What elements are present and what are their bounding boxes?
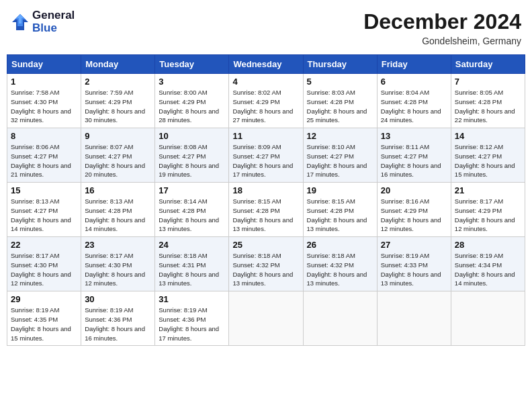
day-info: Sunrise: 8:12 AMSunset: 4:27 PMDaylight:… (455, 142, 521, 179)
calendar-cell: 18Sunrise: 8:15 AMSunset: 4:28 PMDayligh… (229, 183, 303, 237)
day-number: 13 (381, 131, 447, 141)
day-number: 15 (11, 185, 77, 195)
day-info: Sunrise: 8:09 AMSunset: 4:27 PMDaylight:… (232, 142, 299, 179)
week-row-1: 1Sunrise: 7:58 AMSunset: 4:30 PMDaylight… (7, 74, 525, 128)
calendar-cell: 3Sunrise: 8:00 AMSunset: 4:29 PMDaylight… (155, 74, 229, 128)
day-info: Sunrise: 8:13 AMSunset: 4:27 PMDaylight:… (11, 197, 77, 234)
day-number: 4 (232, 77, 299, 87)
calendar-cell: 2Sunrise: 7:59 AMSunset: 4:29 PMDaylight… (81, 74, 155, 128)
week-row-5: 29Sunrise: 8:19 AMSunset: 4:35 PMDayligh… (7, 291, 525, 346)
calendar-cell: 9Sunrise: 8:07 AMSunset: 4:27 PMDaylight… (81, 128, 155, 183)
day-info: Sunrise: 8:17 AMSunset: 4:29 PMDaylight:… (455, 197, 521, 234)
day-info: Sunrise: 8:18 AMSunset: 4:32 PMDaylight:… (232, 251, 299, 288)
day-info: Sunrise: 8:02 AMSunset: 4:29 PMDaylight:… (232, 88, 299, 125)
logo-icon (11, 13, 30, 32)
day-number: 19 (307, 185, 373, 195)
calendar-cell: 31Sunrise: 8:19 AMSunset: 4:36 PMDayligh… (155, 291, 229, 346)
calendar-body: 1Sunrise: 7:58 AMSunset: 4:30 PMDaylight… (7, 74, 525, 346)
location-subtitle: Gondelsheim, Germany (363, 36, 521, 46)
calendar-cell: 27Sunrise: 8:19 AMSunset: 4:33 PMDayligh… (377, 237, 451, 291)
day-info: Sunrise: 8:03 AMSunset: 4:28 PMDaylight:… (307, 88, 373, 125)
day-info: Sunrise: 8:17 AMSunset: 4:30 PMDaylight:… (11, 251, 77, 288)
calendar-cell: 12Sunrise: 8:10 AMSunset: 4:27 PMDayligh… (303, 128, 377, 183)
weekday-header-saturday: Saturday (451, 55, 525, 74)
day-info: Sunrise: 8:18 AMSunset: 4:31 PMDaylight:… (159, 251, 225, 288)
day-number: 31 (159, 294, 225, 304)
day-info: Sunrise: 7:58 AMSunset: 4:30 PMDaylight:… (11, 88, 77, 125)
day-number: 18 (232, 185, 299, 195)
calendar-cell: 19Sunrise: 8:15 AMSunset: 4:28 PMDayligh… (303, 183, 377, 237)
calendar-cell (303, 291, 377, 346)
day-info: Sunrise: 8:15 AMSunset: 4:28 PMDaylight:… (307, 197, 373, 234)
day-number: 5 (307, 77, 373, 87)
day-info: Sunrise: 8:04 AMSunset: 4:28 PMDaylight:… (381, 88, 447, 125)
weekday-header-row: SundayMondayTuesdayWednesdayThursdayFrid… (7, 55, 525, 74)
header: General Blue December 2024 Gondelsheim, … (7, 7, 525, 49)
calendar-cell: 17Sunrise: 8:14 AMSunset: 4:28 PMDayligh… (155, 183, 229, 237)
day-number: 22 (11, 240, 77, 250)
month-title: December 2024 (363, 9, 521, 34)
calendar-cell: 15Sunrise: 8:13 AMSunset: 4:27 PMDayligh… (7, 183, 81, 237)
day-number: 7 (455, 77, 521, 87)
day-info: Sunrise: 7:59 AMSunset: 4:29 PMDaylight:… (85, 88, 151, 125)
day-number: 20 (381, 185, 447, 195)
day-number: 30 (85, 294, 151, 304)
calendar-cell: 13Sunrise: 8:11 AMSunset: 4:27 PMDayligh… (377, 128, 451, 183)
calendar-cell: 26Sunrise: 8:18 AMSunset: 4:32 PMDayligh… (303, 237, 377, 291)
calendar-cell (451, 291, 525, 346)
day-info: Sunrise: 8:15 AMSunset: 4:28 PMDaylight:… (232, 197, 299, 234)
day-number: 24 (159, 240, 225, 250)
day-info: Sunrise: 8:19 AMSunset: 4:36 PMDaylight:… (85, 306, 151, 342)
calendar-cell: 14Sunrise: 8:12 AMSunset: 4:27 PMDayligh… (451, 128, 525, 183)
day-info: Sunrise: 8:19 AMSunset: 4:35 PMDaylight:… (11, 306, 77, 342)
day-info: Sunrise: 8:18 AMSunset: 4:32 PMDaylight:… (307, 251, 373, 288)
day-info: Sunrise: 8:13 AMSunset: 4:28 PMDaylight:… (85, 197, 151, 234)
day-number: 25 (232, 240, 299, 250)
logo: General Blue (11, 9, 75, 34)
calendar-cell: 4Sunrise: 8:02 AMSunset: 4:29 PMDaylight… (229, 74, 303, 128)
calendar-cell: 21Sunrise: 8:17 AMSunset: 4:29 PMDayligh… (451, 183, 525, 237)
day-info: Sunrise: 8:19 AMSunset: 4:33 PMDaylight:… (381, 251, 447, 288)
weekday-header-sunday: Sunday (7, 55, 81, 74)
day-number: 3 (159, 77, 225, 87)
day-info: Sunrise: 8:19 AMSunset: 4:36 PMDaylight:… (159, 306, 225, 342)
day-info: Sunrise: 8:11 AMSunset: 4:27 PMDaylight:… (381, 142, 447, 179)
calendar-cell: 11Sunrise: 8:09 AMSunset: 4:27 PMDayligh… (229, 128, 303, 183)
day-number: 14 (455, 131, 521, 141)
calendar-table: SundayMondayTuesdayWednesdayThursdayFrid… (7, 54, 525, 346)
day-number: 16 (85, 185, 151, 195)
calendar-cell: 30Sunrise: 8:19 AMSunset: 4:36 PMDayligh… (81, 291, 155, 346)
day-number: 12 (307, 131, 373, 141)
day-info: Sunrise: 8:19 AMSunset: 4:34 PMDaylight:… (455, 251, 521, 288)
weekday-header-wednesday: Wednesday (229, 55, 303, 74)
calendar-cell: 8Sunrise: 8:06 AMSunset: 4:27 PMDaylight… (7, 128, 81, 183)
calendar-cell (229, 291, 303, 346)
day-number: 29 (11, 294, 77, 304)
day-info: Sunrise: 8:17 AMSunset: 4:30 PMDaylight:… (85, 251, 151, 288)
week-row-4: 22Sunrise: 8:17 AMSunset: 4:30 PMDayligh… (7, 237, 525, 291)
day-number: 28 (455, 240, 521, 250)
calendar-cell: 24Sunrise: 8:18 AMSunset: 4:31 PMDayligh… (155, 237, 229, 291)
day-info: Sunrise: 8:08 AMSunset: 4:27 PMDaylight:… (159, 142, 225, 179)
calendar-cell: 6Sunrise: 8:04 AMSunset: 4:28 PMDaylight… (377, 74, 451, 128)
calendar-cell: 10Sunrise: 8:08 AMSunset: 4:27 PMDayligh… (155, 128, 229, 183)
calendar-cell: 1Sunrise: 7:58 AMSunset: 4:30 PMDaylight… (7, 74, 81, 128)
day-number: 23 (85, 240, 151, 250)
week-row-2: 8Sunrise: 8:06 AMSunset: 4:27 PMDaylight… (7, 128, 525, 183)
calendar-cell: 20Sunrise: 8:16 AMSunset: 4:29 PMDayligh… (377, 183, 451, 237)
day-info: Sunrise: 8:07 AMSunset: 4:27 PMDaylight:… (85, 142, 151, 179)
calendar-cell: 28Sunrise: 8:19 AMSunset: 4:34 PMDayligh… (451, 237, 525, 291)
calendar-cell: 23Sunrise: 8:17 AMSunset: 4:30 PMDayligh… (81, 237, 155, 291)
day-number: 26 (307, 240, 373, 250)
day-info: Sunrise: 8:16 AMSunset: 4:29 PMDaylight:… (381, 197, 447, 234)
logo-text: General Blue (32, 9, 75, 34)
weekday-header-thursday: Thursday (303, 55, 377, 74)
weekday-header-monday: Monday (81, 55, 155, 74)
day-info: Sunrise: 8:05 AMSunset: 4:28 PMDaylight:… (455, 88, 521, 125)
day-info: Sunrise: 8:10 AMSunset: 4:27 PMDaylight:… (307, 142, 373, 179)
calendar-cell: 5Sunrise: 8:03 AMSunset: 4:28 PMDaylight… (303, 74, 377, 128)
day-number: 10 (159, 131, 225, 141)
day-number: 1 (11, 77, 77, 87)
day-number: 2 (85, 77, 151, 87)
calendar-cell (377, 291, 451, 346)
